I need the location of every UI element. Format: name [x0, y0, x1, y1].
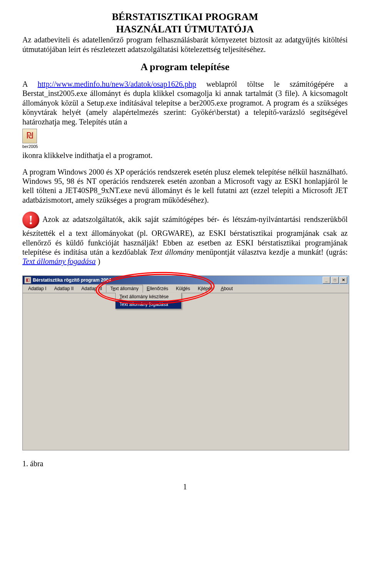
- figure-1: ◧ Bérstatisztika rögzítő program 2004 _ …: [22, 273, 349, 450]
- close-button[interactable]: ✕: [340, 277, 347, 284]
- ber2005-icon-label: ber2005: [22, 144, 38, 149]
- doc-subtitle: HASZNÁLATI ÚTMUTATÓJA: [22, 23, 348, 35]
- ber2005-icon: ₪: [22, 129, 37, 143]
- dropdown-item-fogadasa[interactable]: Text állomány fogadása: [116, 301, 181, 309]
- client-area: [23, 309, 349, 450]
- figure-caption: 1. ábra: [22, 459, 348, 468]
- download-link[interactable]: http://www.medinfo.hu/new3/adatok/osap16…: [38, 80, 196, 88]
- window-title: Bérstatisztika rögzítő program 2004: [33, 277, 322, 283]
- app-icon: ◧: [24, 277, 31, 284]
- jump-link[interactable]: Text állomány fogadása: [22, 257, 96, 265]
- menu-adatlap-2[interactable]: Adatlap II: [50, 285, 77, 292]
- menu-kuldes[interactable]: Küldés: [172, 285, 194, 292]
- intro-paragraph: Az adatbeviteli és adatellenőrző program…: [22, 35, 348, 54]
- titlebar: ◧ Bérstatisztika rögzítő program 2004 _ …: [23, 276, 349, 284]
- dropdown-item-keszitese[interactable]: Text állomány készítése: [116, 293, 181, 301]
- dropdown-text-allomany: Text állomány készítése Text állomány fo…: [115, 293, 182, 309]
- doc-title: BÉRSTATISZTIKAI PROGRAM: [22, 11, 348, 23]
- app-window: ◧ Bérstatisztika rögzítő program 2004 _ …: [22, 276, 349, 450]
- menu-about[interactable]: About: [217, 285, 237, 292]
- warning-icon: !: [22, 212, 39, 228]
- text: A: [22, 80, 38, 88]
- menubar: Adatlap I Adatlap II Adatlap III Text ál…: [23, 284, 349, 293]
- text: menüpontját választva kezdje a munkát! (…: [194, 248, 348, 256]
- maximize-button[interactable]: □: [331, 277, 339, 284]
- menu-kilepes[interactable]: Kilépés: [194, 285, 217, 292]
- menu-adatlap-1[interactable]: Adatlap I: [24, 285, 50, 292]
- os-paragraph: A program Windows 2000 és XP operációs r…: [22, 167, 348, 205]
- desktop-shortcut-icon: ₪ ber2005: [22, 129, 38, 149]
- menu-ellenorzes[interactable]: Ellenőrzés: [143, 285, 172, 292]
- menu-name-italic: Text állomány: [150, 248, 194, 256]
- text: ): [96, 257, 100, 265]
- after-icon-paragraph: ikonra klikkelve indíthatja el a program…: [22, 151, 348, 160]
- section-heading-install: A program telepítése: [22, 61, 348, 73]
- minimize-button[interactable]: _: [323, 277, 330, 284]
- warning-paragraph: !Azok az adatszolgáltatók, akik saját sz…: [22, 212, 348, 266]
- install-paragraph: A http://www.medinfo.hu/new3/adatok/osap…: [22, 79, 348, 126]
- page-number: 1: [22, 482, 348, 491]
- menu-text-allomany[interactable]: Text állomány: [106, 285, 143, 292]
- menu-adatlap-3[interactable]: Adatlap III: [77, 285, 106, 292]
